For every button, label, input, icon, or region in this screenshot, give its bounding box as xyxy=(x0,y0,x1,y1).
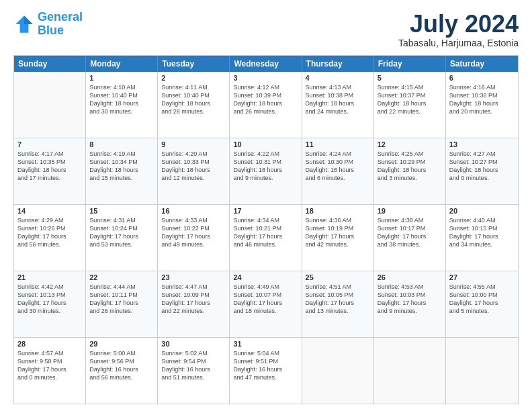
calendar-cell: 16Sunrise: 4:33 AM Sunset: 10:22 PM Dayl… xyxy=(158,205,230,271)
calendar-row: 1Sunrise: 4:10 AM Sunset: 10:40 PM Dayli… xyxy=(14,72,518,138)
day-number: 19 xyxy=(378,207,442,215)
calendar-cell: 30Sunrise: 5:02 AM Sunset: 9:54 PM Dayli… xyxy=(158,338,230,404)
calendar-header: SundayMondayTuesdayWednesdayThursdayFrid… xyxy=(14,56,518,72)
calendar-cell xyxy=(374,338,446,404)
logo-text: General Blue xyxy=(38,11,83,38)
calendar-cell: 25Sunrise: 4:51 AM Sunset: 10:05 PM Dayl… xyxy=(302,271,374,337)
day-number: 27 xyxy=(449,273,515,281)
calendar-cell: 14Sunrise: 4:29 AM Sunset: 10:26 PM Dayl… xyxy=(14,205,86,271)
logo-line1: General xyxy=(38,10,83,24)
day-number: 26 xyxy=(378,273,442,281)
day-number: 25 xyxy=(306,273,370,281)
day-number: 18 xyxy=(306,207,370,215)
cal-header-day: Sunday xyxy=(14,56,86,72)
calendar-cell: 1Sunrise: 4:10 AM Sunset: 10:40 PM Dayli… xyxy=(86,72,158,138)
day-info: Sunrise: 4:29 AM Sunset: 10:26 PM Daylig… xyxy=(17,216,82,249)
day-info: Sunrise: 4:24 AM Sunset: 10:30 PM Daylig… xyxy=(306,150,370,183)
day-info: Sunrise: 4:19 AM Sunset: 10:34 PM Daylig… xyxy=(89,150,154,183)
day-info: Sunrise: 4:13 AM Sunset: 10:38 PM Daylig… xyxy=(306,83,370,116)
day-number: 16 xyxy=(161,207,226,215)
calendar-cell: 18Sunrise: 4:36 AM Sunset: 10:19 PM Dayl… xyxy=(302,205,374,271)
day-number: 14 xyxy=(17,207,82,215)
day-info: Sunrise: 4:17 AM Sunset: 10:35 PM Daylig… xyxy=(17,150,82,183)
cal-header-day: Thursday xyxy=(302,56,374,72)
day-number: 21 xyxy=(17,273,82,281)
calendar-cell: 13Sunrise: 4:27 AM Sunset: 10:27 PM Dayl… xyxy=(446,138,518,204)
logo-line2: Blue xyxy=(38,24,64,37)
day-number: 6 xyxy=(449,74,515,82)
calendar: SundayMondayTuesdayWednesdayThursdayFrid… xyxy=(13,55,519,404)
calendar-cell: 9Sunrise: 4:20 AM Sunset: 10:33 PM Dayli… xyxy=(158,138,230,204)
calendar-cell xyxy=(446,338,518,404)
header: General Blue July 2024 Tabasalu, Harjuma… xyxy=(13,11,519,48)
day-number: 3 xyxy=(233,74,298,82)
day-info: Sunrise: 4:20 AM Sunset: 10:33 PM Daylig… xyxy=(161,150,226,183)
day-number: 23 xyxy=(161,273,226,281)
location: Tabasalu, Harjumaa, Estonia xyxy=(398,38,519,48)
header-right: July 2024 Tabasalu, Harjumaa, Estonia xyxy=(398,11,519,48)
cal-header-day: Wednesday xyxy=(230,56,302,72)
calendar-cell: 6Sunrise: 4:16 AM Sunset: 10:36 PM Dayli… xyxy=(446,72,518,138)
day-info: Sunrise: 4:25 AM Sunset: 10:29 PM Daylig… xyxy=(378,150,442,183)
day-number: 4 xyxy=(306,74,370,82)
calendar-row: 7Sunrise: 4:17 AM Sunset: 10:35 PM Dayli… xyxy=(14,138,518,205)
day-number: 12 xyxy=(378,140,442,148)
day-info: Sunrise: 4:34 AM Sunset: 10:21 PM Daylig… xyxy=(233,216,298,249)
calendar-cell: 27Sunrise: 4:55 AM Sunset: 10:00 PM Dayl… xyxy=(446,271,518,337)
day-info: Sunrise: 4:57 AM Sunset: 9:58 PM Dayligh… xyxy=(17,349,82,382)
day-number: 2 xyxy=(161,74,226,82)
calendar-cell: 31Sunrise: 5:04 AM Sunset: 9:51 PM Dayli… xyxy=(230,338,302,404)
day-number: 15 xyxy=(89,207,154,215)
day-info: Sunrise: 5:04 AM Sunset: 9:51 PM Dayligh… xyxy=(233,349,298,382)
calendar-cell: 22Sunrise: 4:44 AM Sunset: 10:11 PM Dayl… xyxy=(86,271,158,337)
day-info: Sunrise: 4:11 AM Sunset: 10:40 PM Daylig… xyxy=(161,83,226,116)
calendar-cell xyxy=(14,72,86,138)
cal-header-day: Friday xyxy=(374,56,446,72)
day-info: Sunrise: 4:47 AM Sunset: 10:09 PM Daylig… xyxy=(161,283,226,316)
day-info: Sunrise: 4:55 AM Sunset: 10:00 PM Daylig… xyxy=(449,283,515,316)
day-info: Sunrise: 4:38 AM Sunset: 10:17 PM Daylig… xyxy=(378,216,442,249)
logo-icon xyxy=(13,13,35,35)
calendar-cell: 11Sunrise: 4:24 AM Sunset: 10:30 PM Dayl… xyxy=(302,138,374,204)
calendar-row: 21Sunrise: 4:42 AM Sunset: 10:13 PM Dayl… xyxy=(14,271,518,338)
logo: General Blue xyxy=(13,11,83,38)
cal-header-day: Tuesday xyxy=(158,56,230,72)
calendar-cell: 21Sunrise: 4:42 AM Sunset: 10:13 PM Dayl… xyxy=(14,271,86,337)
day-info: Sunrise: 4:33 AM Sunset: 10:22 PM Daylig… xyxy=(161,216,226,249)
day-info: Sunrise: 4:15 AM Sunset: 10:37 PM Daylig… xyxy=(378,83,442,116)
cal-header-day: Monday xyxy=(86,56,158,72)
calendar-cell xyxy=(302,338,374,404)
day-info: Sunrise: 4:22 AM Sunset: 10:31 PM Daylig… xyxy=(233,150,298,183)
calendar-cell: 2Sunrise: 4:11 AM Sunset: 10:40 PM Dayli… xyxy=(158,72,230,138)
day-number: 13 xyxy=(449,140,515,148)
svg-marker-1 xyxy=(24,15,33,24)
cal-header-day: Saturday xyxy=(446,56,518,72)
day-number: 20 xyxy=(449,207,515,215)
day-number: 1 xyxy=(89,74,154,82)
calendar-cell: 24Sunrise: 4:49 AM Sunset: 10:07 PM Dayl… xyxy=(230,271,302,337)
day-info: Sunrise: 5:00 AM Sunset: 9:56 PM Dayligh… xyxy=(89,349,154,382)
day-info: Sunrise: 4:36 AM Sunset: 10:19 PM Daylig… xyxy=(306,216,370,249)
calendar-cell: 7Sunrise: 4:17 AM Sunset: 10:35 PM Dayli… xyxy=(14,138,86,204)
calendar-cell: 20Sunrise: 4:40 AM Sunset: 10:15 PM Dayl… xyxy=(446,205,518,271)
day-info: Sunrise: 5:02 AM Sunset: 9:54 PM Dayligh… xyxy=(161,349,226,382)
page: General Blue July 2024 Tabasalu, Harjuma… xyxy=(0,0,532,411)
calendar-cell: 28Sunrise: 4:57 AM Sunset: 9:58 PM Dayli… xyxy=(14,338,86,404)
calendar-cell: 10Sunrise: 4:22 AM Sunset: 10:31 PM Dayl… xyxy=(230,138,302,204)
day-info: Sunrise: 4:31 AM Sunset: 10:24 PM Daylig… xyxy=(89,216,154,249)
day-info: Sunrise: 4:51 AM Sunset: 10:05 PM Daylig… xyxy=(306,283,370,316)
day-info: Sunrise: 4:42 AM Sunset: 10:13 PM Daylig… xyxy=(17,283,82,316)
day-number: 8 xyxy=(89,140,154,148)
calendar-cell: 26Sunrise: 4:53 AM Sunset: 10:03 PM Dayl… xyxy=(374,271,446,337)
day-info: Sunrise: 4:27 AM Sunset: 10:27 PM Daylig… xyxy=(449,150,515,183)
calendar-cell: 8Sunrise: 4:19 AM Sunset: 10:34 PM Dayli… xyxy=(86,138,158,204)
calendar-cell: 12Sunrise: 4:25 AM Sunset: 10:29 PM Dayl… xyxy=(374,138,446,204)
day-number: 7 xyxy=(17,140,82,148)
calendar-cell: 15Sunrise: 4:31 AM Sunset: 10:24 PM Dayl… xyxy=(86,205,158,271)
day-number: 5 xyxy=(378,74,442,82)
day-number: 10 xyxy=(233,140,298,148)
day-info: Sunrise: 4:16 AM Sunset: 10:36 PM Daylig… xyxy=(449,83,515,116)
day-info: Sunrise: 4:12 AM Sunset: 10:39 PM Daylig… xyxy=(233,83,298,116)
day-info: Sunrise: 4:40 AM Sunset: 10:15 PM Daylig… xyxy=(449,216,515,249)
day-number: 29 xyxy=(89,340,154,348)
